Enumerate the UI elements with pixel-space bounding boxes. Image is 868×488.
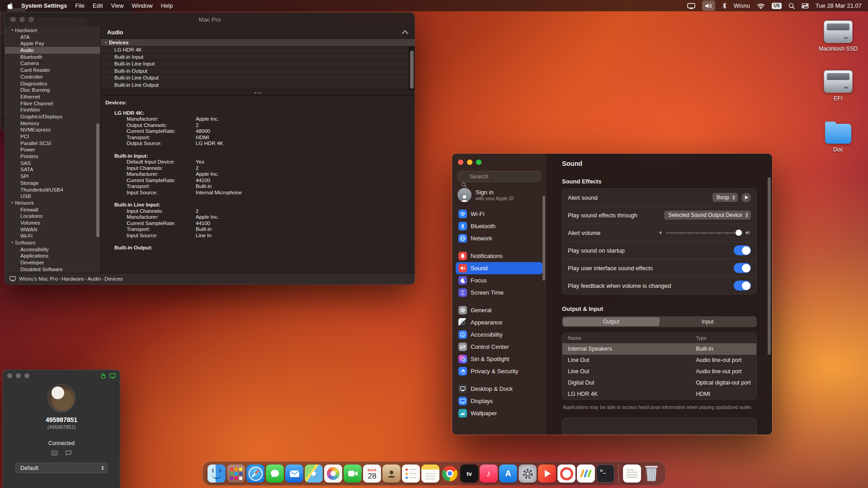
- secure-connection-icon[interactable]: [101, 373, 106, 379]
- dock-launchpad-icon[interactable]: [227, 465, 245, 483]
- dock-app-red-icon[interactable]: [538, 465, 556, 483]
- sidebar-item-focus[interactable]: Focus: [456, 274, 542, 286]
- table-row[interactable]: Line OutAudio line-out port: [562, 355, 756, 366]
- sidebar-section-network[interactable]: ▾Network: [5, 200, 100, 206]
- dock-notes-icon[interactable]: [421, 465, 439, 483]
- search-input[interactable]: [458, 171, 541, 182]
- wifi-icon[interactable]: [757, 1, 765, 10]
- toggle-play-user-interface-sound-effects[interactable]: [734, 263, 751, 273]
- sidebar-item-screen-time[interactable]: Screen Time: [456, 286, 542, 299]
- sidebar-item-wallpaper[interactable]: Wallpaper: [456, 407, 542, 419]
- dock-freeform-icon[interactable]: [577, 465, 595, 483]
- devices-scrollbar-thumb[interactable]: [410, 51, 414, 89]
- sidebar-item-ethernet[interactable]: Ethernet: [5, 94, 100, 100]
- table-row[interactable]: LG HDR 4KHDMI: [562, 389, 756, 399]
- sidebar-item-control-center[interactable]: Control Center: [456, 341, 542, 353]
- sidebar-section-software[interactable]: ▾Software: [5, 239, 100, 246]
- sidebar-item-sound[interactable]: Sound: [456, 262, 542, 274]
- zoom-button[interactable]: [24, 373, 29, 378]
- minimize-button[interactable]: [16, 373, 21, 378]
- sidebar-item-bluetooth[interactable]: Bluetooth: [5, 54, 100, 61]
- breadcrumb-item[interactable]: Audio: [88, 276, 101, 282]
- sidebar-item-graphics-displays[interactable]: Graphics/Displays: [5, 113, 100, 120]
- dock-finder-icon[interactable]: [208, 465, 226, 483]
- breadcrumb-item[interactable]: Devices: [104, 276, 123, 282]
- desktop-icon-doc[interactable]: Doc: [813, 121, 863, 153]
- sidebar-item-desktop-dock[interactable]: Desktop & Dock: [456, 383, 542, 395]
- breadcrumb-item[interactable]: Wisnu’s Mac Pro: [19, 276, 58, 282]
- sidebar-item-apple-pay[interactable]: Apple Pay: [5, 40, 100, 47]
- dock-anydesk-icon[interactable]: [557, 465, 576, 483]
- sidebar-scrollbar[interactable]: [96, 123, 99, 237]
- dock-calendar-icon[interactable]: MAR28: [363, 465, 381, 483]
- sidebar-item-fibre-channel[interactable]: Fibre Channel: [5, 100, 100, 107]
- desktop-icon-efi[interactable]: EFI: [813, 70, 863, 102]
- sidebar-item-firewall[interactable]: Firewall: [5, 206, 100, 213]
- close-button[interactable]: [7, 373, 12, 378]
- dock-textedit-icon[interactable]: [623, 465, 641, 483]
- sidebar-item-camera[interactable]: Camera: [5, 60, 100, 67]
- device-row[interactable]: Built-in Line Input: [101, 61, 415, 68]
- sidebar-item-storage[interactable]: Storage: [5, 180, 100, 187]
- sidebar-item-applications[interactable]: Applications: [5, 253, 100, 259]
- table-row[interactable]: Internal SpeakersBuilt-in: [562, 343, 756, 355]
- menu-window[interactable]: Window: [132, 2, 152, 9]
- main-scrollbar[interactable]: [768, 177, 771, 355]
- screenshot-icon[interactable]: [51, 450, 58, 456]
- sidebar-item-power[interactable]: Power: [5, 146, 100, 153]
- menu-bar-clock[interactable]: Tue 28 Mar 21.07: [816, 2, 862, 9]
- tab-output[interactable]: Output: [563, 317, 660, 326]
- user-menu[interactable]: Wisnu: [734, 2, 750, 9]
- control-center-icon[interactable]: [802, 1, 809, 10]
- play-through-dropdown[interactable]: Selected Sound Output Device: [664, 211, 751, 220]
- window-titlebar[interactable]: Mac Pro: [5, 13, 415, 26]
- alert-volume-slider[interactable]: [659, 230, 751, 236]
- alert-sound-dropdown[interactable]: Boop: [712, 193, 738, 202]
- dock-trash-icon[interactable]: [642, 465, 660, 483]
- sidebar-item-usb[interactable]: USB: [5, 193, 100, 200]
- device-row[interactable]: Built-in Output: [101, 68, 415, 75]
- sidebar-item-thunderbolt-usb4[interactable]: Thunderbolt/USB4: [5, 187, 100, 193]
- dock-chrome-icon[interactable]: [441, 465, 459, 483]
- minimize-button[interactable]: [467, 160, 472, 165]
- zoom-button[interactable]: [476, 160, 481, 165]
- dock-system-settings-icon[interactable]: [519, 465, 537, 483]
- dock-terminal-icon[interactable]: >_: [596, 465, 614, 483]
- sidebar-item-firewire[interactable]: FireWire: [5, 107, 100, 113]
- volume-menu-icon[interactable]: [702, 0, 715, 11]
- tab-input[interactable]: Input: [660, 317, 756, 326]
- sidebar-item-ata[interactable]: ATA: [5, 34, 100, 41]
- close-button[interactable]: [458, 160, 463, 165]
- sidebar-item-general[interactable]: General: [456, 304, 542, 316]
- sidebar-item-volumes[interactable]: Volumes: [5, 220, 100, 226]
- collapse-chevron-icon[interactable]: [402, 30, 408, 36]
- sidebar-item-network[interactable]: Network: [456, 232, 542, 244]
- profile-select[interactable]: Default: [15, 463, 108, 473]
- sidebar-scrollbar[interactable]: [542, 196, 545, 281]
- spotlight-search-icon[interactable]: [788, 1, 795, 10]
- remote-display-icon[interactable]: [109, 373, 116, 379]
- toggle-play-feedback-when-volume-is-changed[interactable]: [734, 281, 751, 291]
- menu-help[interactable]: Help: [161, 2, 173, 9]
- dock-messages-icon[interactable]: [266, 465, 284, 483]
- breadcrumb-item[interactable]: Hardware: [61, 276, 84, 282]
- sidebar-item-locations[interactable]: Locations: [5, 213, 100, 220]
- dock-tv-icon[interactable]: tv: [460, 465, 478, 483]
- sidebar-item-disc-burning[interactable]: Disc Burning: [5, 87, 100, 94]
- toggle-play-sound-on-startup[interactable]: [734, 245, 751, 255]
- sidebar-item-sata[interactable]: SATA: [5, 166, 100, 173]
- table-row[interactable]: Line OutAudio line-out port: [562, 366, 756, 377]
- dock-contacts-icon[interactable]: [382, 465, 401, 483]
- input-source-menu[interactable]: US: [772, 3, 782, 9]
- menu-view[interactable]: View: [111, 2, 124, 9]
- dock-facetime-icon[interactable]: [344, 465, 362, 483]
- sidebar-item-privacy-security[interactable]: Privacy & Security: [456, 365, 542, 377]
- sidebar-item-sas[interactable]: SAS: [5, 160, 100, 167]
- dock-music-icon[interactable]: ♪: [480, 465, 498, 483]
- window-titlebar[interactable]: [3, 370, 120, 381]
- sidebar-item-wwan[interactable]: WWAN: [5, 226, 100, 233]
- play-alert-sound-button[interactable]: [741, 193, 751, 202]
- splitter-grip[interactable]: [101, 90, 415, 96]
- device-row[interactable]: Built-in Line Output: [101, 75, 415, 82]
- sidebar-item-parallel-scsi[interactable]: Parallel SCSI: [5, 140, 100, 147]
